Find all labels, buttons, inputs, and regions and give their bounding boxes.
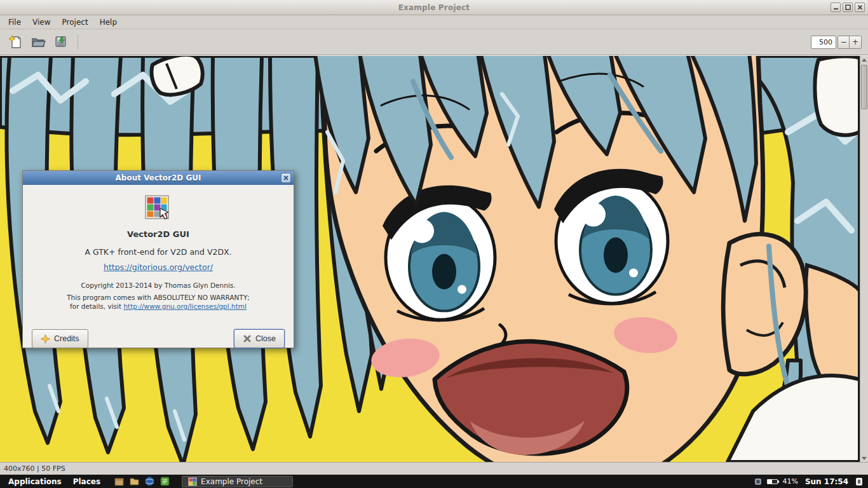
dialog-buttons: Credits Close: [32, 329, 285, 348]
battery-icon[interactable]: [767, 479, 778, 484]
about-dialog: About Vector2D GUI Vector2D GUI A GTK+ f…: [22, 170, 294, 348]
dialog-title: About Vector2D GUI: [116, 173, 201, 182]
save-button[interactable]: [51, 32, 71, 51]
zoom-stepper: − +: [837, 36, 862, 49]
warranty-prefix: for details, visit: [70, 302, 123, 310]
app-name: Vector2D GUI: [23, 229, 294, 239]
zoom-increase-button[interactable]: +: [850, 36, 861, 48]
credits-sparkle-icon: [41, 334, 50, 344]
dialog-body: Vector2D GUI A GTK+ front-end for V2D an…: [23, 193, 294, 357]
new-document-icon: [8, 34, 23, 50]
zoom-decrease-button[interactable]: −: [838, 36, 850, 48]
close-button[interactable]: [855, 3, 865, 12]
maximize-button[interactable]: [843, 3, 853, 12]
system-tray: 41% Sun 17:54: [754, 477, 864, 486]
save-icon: [53, 34, 69, 50]
applications-menu[interactable]: Applications: [4, 475, 66, 488]
window-titlebar[interactable]: Example Project: [0, 0, 868, 15]
menu-file[interactable]: File: [3, 16, 27, 29]
desktop-panel: Applications Places Example Project 41% …: [0, 475, 868, 488]
battery-percentage: 41%: [782, 477, 797, 485]
dialog-close-icon: [283, 175, 289, 181]
package-icon[interactable]: [114, 476, 125, 487]
toolbar-separator: [78, 34, 78, 50]
copyright-text: Copyright 2013-2014 by Thomas Glyn Denni…: [23, 281, 294, 289]
taskbar-item-label: Example Project: [201, 477, 262, 486]
dialog-close-button[interactable]: [281, 173, 291, 183]
credits-button[interactable]: Credits: [32, 329, 88, 348]
dialog-titlebar[interactable]: About Vector2D GUI: [23, 171, 294, 185]
menubar: File View Project Help: [0, 15, 868, 29]
statusbar: 400x760 | 50 FPS: [0, 462, 868, 475]
warranty-text: This program comes with ABSOLUTELY NO WA…: [23, 294, 294, 311]
right-eye: [554, 169, 668, 304]
maximize-icon: [845, 4, 851, 10]
new-document-button[interactable]: [5, 32, 25, 51]
open-folder-icon: [31, 34, 46, 50]
menu-help[interactable]: Help: [94, 16, 123, 29]
window-title: Example Project: [0, 3, 868, 12]
clock[interactable]: Sun 17:54: [803, 477, 851, 486]
menu-view[interactable]: View: [27, 16, 56, 29]
file-manager-icon[interactable]: [129, 476, 140, 487]
web-browser-icon[interactable]: [144, 476, 155, 487]
app-logo-icon: [143, 193, 173, 224]
open-button[interactable]: [28, 32, 48, 51]
menu-project[interactable]: Project: [57, 16, 94, 29]
website-link[interactable]: https://gitorious.org/vector/: [104, 262, 213, 272]
zoom-control: 500 − +: [811, 36, 863, 49]
license-link[interactable]: http://www.gnu.org/licenses/gpl.html: [123, 302, 247, 310]
launchers: [114, 476, 170, 487]
dialog-close-action-button[interactable]: Close: [234, 329, 285, 348]
scrollbar-thumb[interactable]: [861, 65, 867, 109]
vertical-scrollbar[interactable]: [860, 56, 868, 462]
tray-status-icon[interactable]: [754, 477, 763, 486]
scroll-up-arrow[interactable]: [860, 56, 868, 64]
close-x-icon: [243, 334, 252, 343]
text-editor-icon[interactable]: [159, 476, 170, 487]
scroll-down-arrow[interactable]: [860, 454, 868, 462]
places-menu[interactable]: Places: [69, 475, 105, 488]
power-icon[interactable]: [855, 477, 863, 486]
left-eye: [383, 186, 495, 320]
window-controls: [831, 3, 868, 12]
taskbar-item[interactable]: Example Project: [182, 476, 293, 487]
app-description: A GTK+ front-end for V2D and V2DX.: [23, 247, 294, 257]
desktop-screen: Example Project File View Project Help: [0, 0, 868, 488]
status-text: 400x760 | 50 FPS: [4, 464, 65, 473]
minimize-icon: [833, 4, 839, 10]
app-window-icon: [188, 477, 197, 486]
warranty-line1: This program comes with ABSOLUTELY NO WA…: [67, 294, 250, 301]
zoom-input[interactable]: 500: [811, 36, 836, 49]
minimize-button[interactable]: [831, 3, 841, 12]
close-icon: [857, 4, 863, 10]
toolbar: 500 − +: [0, 29, 868, 55]
